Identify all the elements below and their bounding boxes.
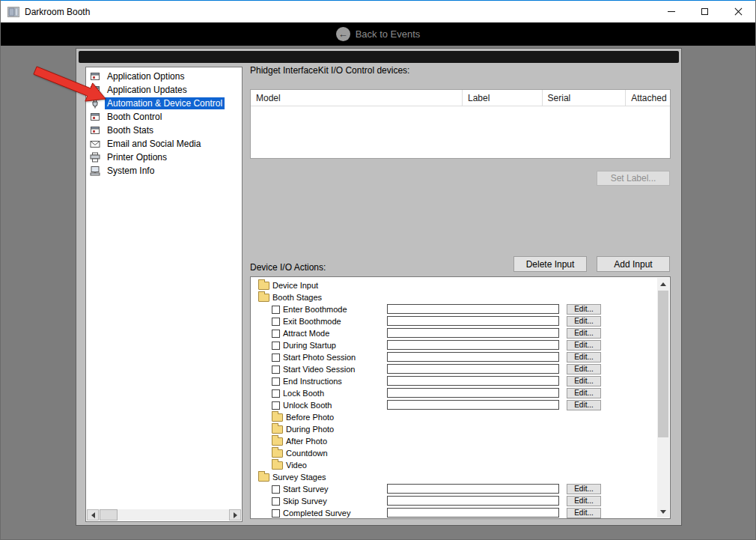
action-label: Completed Survey — [283, 509, 351, 518]
folder-row-after-photo[interactable]: After Photo — [251, 435, 657, 447]
action-checkbox[interactable] — [272, 509, 280, 518]
minimize-button[interactable] — [654, 1, 688, 22]
scroll-left-arrow[interactable] — [87, 509, 99, 521]
action-value-input[interactable] — [387, 400, 559, 410]
edit-button[interactable]: Edit... — [567, 340, 601, 351]
action-label: Exit Boothmode — [283, 317, 341, 326]
edit-button[interactable]: Edit... — [567, 484, 601, 494]
action-row-exit-boothmode: Exit BoothmodeEdit... — [251, 315, 657, 327]
action-value-input[interactable] — [387, 304, 559, 314]
sidebar-item-label: Printer Options — [105, 151, 169, 163]
maximize-icon — [701, 8, 708, 15]
sidebar-item-printer-options[interactable]: Printer Options — [86, 151, 242, 164]
action-checkbox[interactable] — [272, 342, 280, 350]
actions-vertical-scrollbar[interactable] — [657, 278, 669, 518]
action-row-during-startup: During StartupEdit... — [251, 339, 657, 351]
sidebar-item-label: Automation & Device Control — [105, 97, 225, 109]
action-row-enter-boothmode: Enter BoothmodeEdit... — [251, 303, 657, 315]
set-label-button[interactable]: Set Label... — [597, 171, 670, 186]
app-window-frame: Darkroom Booth ← Back to Events Applicat… — [0, 0, 756, 540]
folder-row-video[interactable]: Video — [251, 459, 657, 471]
scroll-right-arrow[interactable] — [229, 509, 241, 521]
action-row-unlock-booth: Unlock BoothEdit... — [251, 399, 657, 411]
action-checkbox[interactable] — [272, 354, 280, 362]
folder-label: Countdown — [286, 449, 328, 458]
sidebar-item-automation-device-control[interactable]: Automation & Device Control — [86, 97, 242, 110]
edit-button[interactable]: Edit... — [567, 388, 601, 398]
action-value-input[interactable] — [387, 496, 559, 506]
back-to-events-button[interactable]: ← Back to Events — [336, 27, 421, 41]
folder-row-device-input[interactable]: Device Input — [251, 279, 657, 291]
actions-section-label: Device I/O Actions: — [250, 262, 326, 273]
sidebar-item-label: Application Updates — [105, 84, 189, 96]
action-checkbox[interactable] — [272, 330, 280, 338]
action-row-skip-survey: Skip SurveyEdit... — [251, 495, 657, 507]
sidebar-item-booth-control[interactable]: Booth Control — [86, 110, 242, 124]
action-value-input[interactable] — [387, 388, 559, 398]
sidebar-item-email-and-social-media[interactable]: Email and Social Media — [86, 137, 242, 151]
action-checkbox[interactable] — [272, 377, 280, 386]
app-window-icon — [90, 112, 102, 122]
column-header-label[interactable]: Label — [463, 90, 543, 106]
action-row-start-video-session: Start Video SessionEdit... — [251, 363, 657, 375]
close-button[interactable] — [722, 1, 755, 22]
edit-button[interactable]: Edit... — [567, 328, 601, 339]
sidebar-item-label: Booth Stats — [105, 124, 156, 136]
action-checkbox[interactable] — [272, 497, 280, 506]
sidebar-item-label: Booth Control — [105, 111, 164, 123]
action-value-input[interactable] — [387, 352, 559, 362]
horizontal-scroll-thumb[interactable] — [100, 509, 118, 521]
column-header-model[interactable]: Model — [251, 90, 463, 106]
folder-row-before-photo[interactable]: Before Photo — [251, 411, 657, 423]
action-value-input[interactable] — [387, 484, 559, 494]
folder-row-during-photo[interactable]: During Photo — [251, 423, 657, 435]
edit-button[interactable]: Edit... — [567, 400, 601, 410]
column-header-attached[interactable]: Attached — [626, 90, 670, 106]
action-checkbox[interactable] — [272, 389, 280, 398]
action-value-input[interactable] — [387, 316, 559, 326]
action-value-input[interactable] — [387, 340, 559, 350]
add-input-button[interactable]: Add Input — [597, 256, 670, 272]
folder-label: Survey Stages — [272, 473, 326, 482]
scroll-down-arrow[interactable] — [657, 506, 669, 518]
action-value-input[interactable] — [387, 364, 559, 374]
action-value-input[interactable] — [387, 328, 559, 338]
edit-button[interactable]: Edit... — [567, 508, 601, 518]
column-header-serial[interactable]: Serial — [543, 90, 627, 106]
action-checkbox[interactable] — [272, 401, 280, 410]
envelope-icon — [90, 139, 102, 149]
folder-label: During Photo — [286, 425, 334, 434]
vertical-scroll-thumb[interactable] — [658, 291, 668, 437]
app-icon — [7, 7, 19, 17]
edit-button[interactable]: Edit... — [567, 304, 601, 315]
action-checkbox[interactable] — [272, 306, 280, 314]
action-value-input[interactable] — [387, 376, 559, 386]
top-navbar: ← Back to Events — [1, 22, 755, 46]
folder-icon — [258, 294, 269, 302]
edit-button[interactable]: Edit... — [567, 352, 601, 362]
edit-button[interactable]: Edit... — [567, 496, 601, 506]
edit-button[interactable]: Edit... — [567, 364, 601, 374]
folder-row-survey-stages[interactable]: Survey Stages — [251, 471, 657, 483]
folder-row-countdown[interactable]: Countdown — [251, 447, 657, 459]
sidebar-item-system-info[interactable]: System Info — [86, 164, 242, 178]
scroll-up-arrow[interactable] — [657, 278, 669, 290]
delete-input-button[interactable]: Delete Input — [513, 256, 587, 272]
action-checkbox[interactable] — [272, 365, 280, 374]
app-window-icon — [90, 125, 102, 136]
sidebar-item-application-updates[interactable]: Application Updates — [86, 83, 242, 97]
folder-row-booth-stages[interactable]: Booth Stages — [251, 291, 657, 303]
action-value-input[interactable] — [387, 508, 559, 518]
action-checkbox[interactable] — [272, 318, 280, 326]
sidebar-item-booth-stats[interactable]: Booth Stats — [86, 124, 242, 137]
sidebar-item-label: Application Options — [105, 70, 186, 82]
action-row-start-survey: Start SurveyEdit... — [251, 483, 657, 495]
maximize-button[interactable] — [688, 1, 722, 22]
action-label: Skip Survey — [283, 497, 327, 506]
sidebar-horizontal-scrollbar[interactable] — [87, 509, 241, 521]
action-checkbox[interactable] — [272, 485, 280, 494]
edit-button[interactable]: Edit... — [567, 316, 601, 327]
edit-button[interactable]: Edit... — [567, 376, 601, 386]
sidebar-item-application-options[interactable]: Application Options — [86, 70, 242, 83]
folder-icon — [258, 473, 269, 482]
